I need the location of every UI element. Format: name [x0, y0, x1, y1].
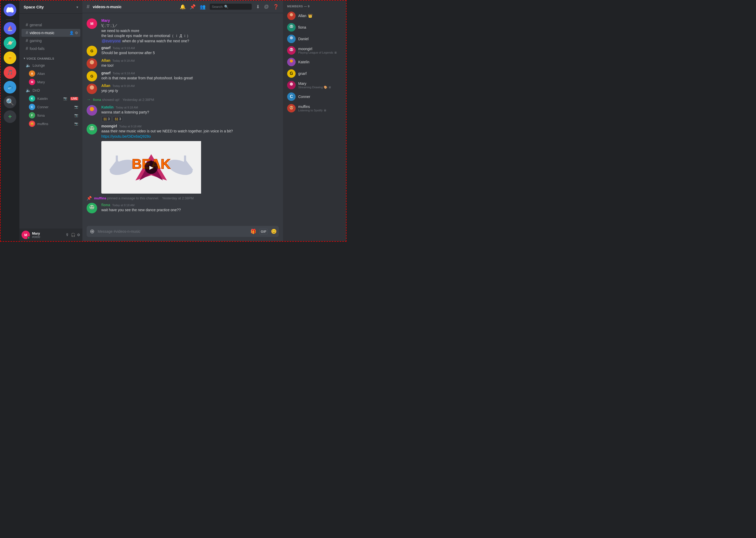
member-name-conner: Conner [298, 94, 342, 99]
members-icon[interactable]: 👥 [200, 4, 206, 10]
message-text-allan2: yep yep ty [101, 88, 279, 93]
server-icon-face[interactable]: 🌞 [4, 51, 16, 64]
system-time-fiona: Yesterday at 2:38PM [122, 98, 154, 102]
voice-channel-dnd[interactable]: 🔈 DnD [22, 86, 80, 94]
discord-home-button[interactable] [4, 4, 16, 16]
server-icon-planet[interactable]: 🪐 [4, 37, 16, 49]
headphone-icon[interactable]: 🎧 [71, 233, 75, 237]
member-item-gnarf[interactable]: G gnarf [285, 68, 344, 79]
hash-icon-active: # [26, 30, 28, 35]
voice-member-fiona[interactable]: F fiona 📷 [22, 111, 80, 120]
server-icon-fish[interactable]: 🐟 [4, 81, 16, 93]
help-icon[interactable]: ❓ [273, 4, 279, 10]
gif-button[interactable]: GIF [260, 229, 268, 234]
settings-icon[interactable]: ⚙ [75, 31, 78, 35]
channel-actions: 👤 ⚙ [69, 31, 78, 35]
svg-point-39 [290, 49, 291, 50]
reaction-2[interactable]: 👯 3 [113, 116, 123, 122]
emoji-icon[interactable]: 😊 [271, 229, 277, 234]
avatar-gnarf: G [87, 46, 97, 56]
message-group-mary: M Mary \( ; ▽ ; )／ we need to watch more… [82, 17, 283, 45]
member-name-allan: Allan 👑 [298, 14, 342, 18]
message-header-allan2: Allan Today at 9:18 AM [101, 83, 279, 88]
svg-point-50 [292, 107, 293, 108]
search-box[interactable]: Search 🔍 [210, 4, 252, 10]
member-name-muffins: muffins [298, 105, 342, 109]
server-icon-boat[interactable]: ⛵ [4, 22, 16, 35]
server-header[interactable]: Space City ▾ [20, 1, 82, 14]
voice-avatar-fiona: F [29, 112, 35, 119]
message-text-fiona2: wait have you see the new dance practice… [101, 207, 279, 213]
icon-bar-separator [6, 20, 14, 20]
at-icon[interactable]: @ [264, 4, 269, 10]
voice-channel-lounge[interactable]: 🔈 Lounge [22, 61, 80, 69]
member-info-mary: Mary Streaming Drawing 🎨 🖥 [298, 81, 342, 89]
member-item-daniel[interactable]: Daniel [285, 33, 344, 45]
member-item-muffins[interactable]: muffins Listening to Spotify 🖥 [285, 102, 344, 114]
pin-system-icon: 📌 [87, 196, 92, 201]
chat-channel-name: videos-n-music [93, 4, 121, 9]
reaction-1[interactable]: 👯 3 [101, 116, 112, 122]
member-avatar-muffins [287, 104, 296, 112]
voice-camera-icon-muffins: 📷 [74, 122, 78, 126]
channel-gaming[interactable]: # gaming [22, 37, 80, 45]
user-controls: 🎙 🎧 ⚙ [66, 233, 80, 237]
voice-member-name-allan: Allan [37, 72, 45, 76]
voice-member-conner[interactable]: C Conner 📷 [22, 103, 80, 111]
system-text-fiona: fiona showed up! Yesterday at 2:38PM [93, 98, 154, 102]
chevron-down-icon: ▾ [24, 57, 25, 60]
add-server-button[interactable]: + [4, 110, 16, 123]
message-input[interactable] [98, 226, 248, 237]
member-item-fiona[interactable]: fiona [285, 22, 344, 33]
channel-food-fails[interactable]: # food-fails [22, 45, 80, 53]
hash-icon-gaming: # [26, 38, 28, 43]
server-dropdown-icon: ▾ [76, 5, 78, 9]
gift-icon[interactable]: 🎁 [251, 229, 256, 234]
voice-member-katelin[interactable]: K Katelin 📷 LIVE [22, 94, 80, 103]
add-content-button[interactable]: ⊕ [89, 226, 96, 237]
server-icon-music[interactable]: 🎵 [4, 66, 16, 79]
message-text-moongirl: aaaa their new music video is out we NEE… [101, 129, 279, 134]
add-member-icon[interactable]: 👤 [69, 31, 74, 35]
pin-icon[interactable]: 📌 [190, 4, 196, 10]
microphone-icon[interactable]: 🎙 [66, 233, 69, 237]
voice-member-name-muffins: muffins [37, 122, 48, 126]
server-sidebar: Space City ▾ # general # videos-n-music … [20, 1, 82, 241]
member-item-katelin[interactable]: Katelin [285, 56, 344, 68]
message-author-fiona2: fiona [101, 203, 110, 207]
member-item-mary[interactable]: Mary Streaming Drawing 🎨 🖥 [285, 79, 344, 91]
explore-servers-button[interactable]: 🔍 [4, 96, 16, 108]
voice-member-muffins[interactable]: 🐱 muffins 📷 [22, 120, 80, 128]
server-name: Space City [24, 5, 44, 9]
message-time-allan2: Today at 9:18 AM [112, 84, 135, 87]
voice-member-allan[interactable]: A Allan [22, 69, 80, 78]
message-header-katelin: Katelin Today at 9:18 AM [101, 105, 279, 109]
member-status-moongirl: Playing League of Legends 🖥 [298, 51, 342, 54]
svg-point-51 [291, 108, 292, 109]
message-author-katelin: Katelin [101, 105, 114, 109]
svg-point-4 [90, 85, 94, 89]
fiona-name-highlight: fiona [93, 98, 101, 102]
member-item-allan[interactable]: Allan 👑 [285, 10, 344, 22]
live-badge-katelin: LIVE [71, 97, 78, 100]
member-avatar-allan [287, 12, 296, 20]
message-text-mary-2: we need to watch more [101, 28, 279, 34]
video-play-button[interactable]: ▶ [145, 161, 158, 174]
member-info-fiona: fiona [298, 25, 342, 29]
notification-bell-icon[interactable]: 🔔 [180, 4, 186, 10]
voice-member-mary[interactable]: M Mary [22, 78, 80, 86]
member-item-moongirl[interactable]: moongirl Playing League of Legends 🖥 [285, 45, 344, 56]
voice-avatar-mary: M [29, 79, 35, 85]
message-text-mary-4: @everyone when do y'all wanna watch the … [101, 39, 279, 44]
message-text-katelin: wanna start a listening party? [101, 110, 279, 115]
svg-point-12 [92, 128, 93, 129]
pin-author-name: muffins [94, 196, 106, 200]
download-icon[interactable]: ⬇ [256, 4, 260, 10]
member-item-conner[interactable]: C Conner [285, 91, 344, 102]
svg-point-45 [290, 82, 293, 86]
video-link[interactable]: https://youtu.be/OiDx6aQ928o [101, 134, 151, 138]
member-name-gnarf: gnarf [298, 72, 342, 76]
settings-cog-icon[interactable]: ⚙ [77, 233, 80, 237]
channel-general[interactable]: # general [22, 21, 80, 29]
channel-videos-n-music[interactable]: # videos-n-music 👤 ⚙ [22, 29, 80, 37]
